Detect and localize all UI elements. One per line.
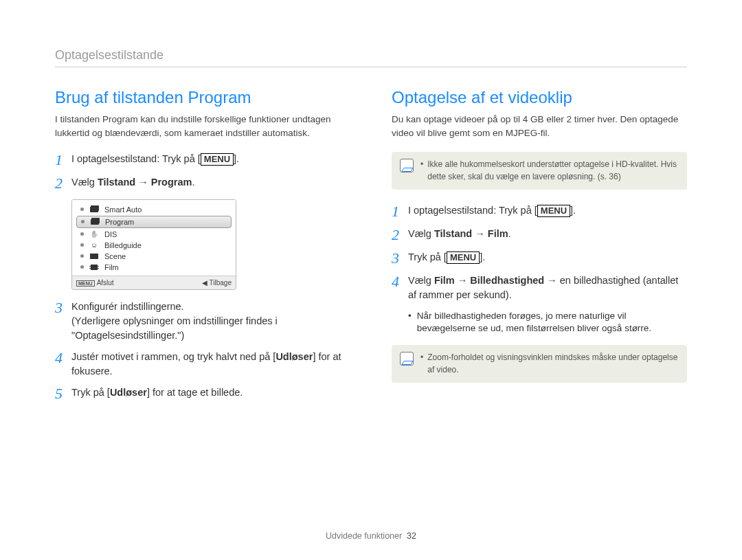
text: . (192, 177, 194, 188)
right-step-4: 4 Vælg Film → Billedhastighed → en bille… (392, 273, 687, 302)
text: Ikke alle hukommelseskort understøtter o… (427, 159, 679, 183)
camera-icon (89, 206, 99, 213)
text: Justér motivet i rammen, og tryk halvt n… (71, 351, 276, 362)
step-number: 2 (55, 175, 71, 192)
step-number: 4 (55, 350, 71, 366)
lcd-item-billedguide: Billedguide (75, 240, 233, 251)
camera-icon (90, 219, 100, 225)
lcd-footer-right: ◀Tilbage (202, 279, 232, 287)
text: ] for at tage et billede. (147, 387, 243, 398)
step-number: 4 (392, 273, 408, 290)
left-step-4: 4 Justér motivet i rammen, og tryk halvt… (55, 350, 350, 379)
text: . (508, 228, 511, 239)
lcd-item-smart-auto: Smart Auto (75, 204, 233, 215)
right-column: Optagelse af et videoklip Du kan optage … (392, 88, 687, 409)
note-icon (400, 352, 414, 366)
lcd-label: Billedguide (104, 241, 142, 249)
step-text: Tryk på [Udløser] for at tage et billede… (71, 385, 350, 400)
bold-text: Tilstand → Program (98, 177, 192, 188)
text: ]. (234, 153, 239, 164)
step-number: 2 (392, 227, 408, 243)
step-text: I optagelsestilstand: Tryk på [MENU]. (408, 203, 687, 218)
bold-text: Tilstand → Film (434, 228, 508, 239)
lcd-item-program: Program (76, 216, 232, 228)
page-footer: Udvidede funktioner 32 (0, 531, 742, 541)
lcd-label: Smart Auto (104, 205, 142, 214)
note-box-2: Zoom-forholdet og visningsvinklen mindsk… (392, 345, 687, 383)
page-number: 32 (407, 531, 416, 541)
step-number: 5 (55, 385, 71, 402)
lcd-label: Scene (104, 252, 126, 260)
step-number: 3 (392, 250, 408, 267)
breadcrumb: Optagelsestilstande (55, 48, 687, 63)
dot-icon (80, 265, 84, 269)
back-icon: ◀ (202, 279, 207, 287)
menu-button-label: MENU (537, 205, 570, 217)
left-step-2: 2 Vælg Tilstand → Program. (55, 175, 350, 192)
step-number: 1 (392, 203, 408, 220)
bold-text: Udløser (110, 387, 147, 398)
left-intro: I tilstanden Program kan du indstille fo… (55, 113, 350, 139)
text: Afslut (97, 279, 114, 287)
divider (55, 67, 687, 67)
lcd-item-dis: DIS (75, 229, 233, 240)
left-step-3: 3 Konfigurér indstillingerne. (Yderliger… (55, 300, 350, 343)
film-icon (89, 264, 99, 271)
text: ]. (480, 251, 485, 262)
face-icon (89, 242, 99, 249)
lcd-footer-left: MENUAfslut (76, 279, 114, 287)
menu-button-label: MENU (201, 153, 234, 166)
text: Tilbage (210, 279, 232, 287)
right-step-1: 1 I optagelsestilstand: Tryk på [MENU]. (392, 203, 687, 220)
step-text: Vælg Tilstand → Film. (408, 227, 687, 241)
bold-text: Film → Billedhastighed → (434, 275, 557, 286)
step-text: Vælg Film → Billedhastighed → en billedh… (408, 273, 687, 302)
note-text: Zoom-forholdet og visningsvinklen mindsk… (420, 352, 679, 376)
note-icon (400, 159, 414, 172)
left-title: Brug af tilstanden Program (55, 88, 350, 107)
step-text: I optagelsestilstand: Tryk på [MENU]. (71, 152, 350, 166)
right-title: Optagelse af et videoklip (392, 88, 687, 107)
text: Tryk på [ (71, 387, 110, 398)
lcd-item-scene: Scene (75, 251, 233, 262)
step-text: Konfigurér indstillingerne. (Yderligere … (71, 300, 350, 343)
step-text: Tryk på [MENU]. (408, 250, 687, 265)
text: (Yderligere oplysninger om indstillinger… (71, 315, 278, 341)
step-text: Justér motivet i rammen, og tryk halvt n… (71, 350, 350, 379)
text: Vælg (408, 228, 434, 239)
footer-section: Udvidede funktioner (326, 531, 402, 541)
text: Vælg (71, 177, 98, 188)
text: Zoom-forholdet og visningsvinklen mindsk… (427, 352, 679, 376)
note-text: Ikke alle hukommelseskort understøtter o… (420, 159, 679, 183)
camera-lcd-menu: Smart Auto Program DIS Billedguide Scene… (71, 199, 236, 290)
content-columns: Brug af tilstanden Program I tilstanden … (55, 88, 687, 409)
dot-icon (80, 208, 84, 211)
text: ]. (570, 205, 576, 216)
scene-icon (89, 253, 99, 260)
note-box-1: Ikke alle hukommelseskort understøtter o… (392, 152, 687, 190)
menu-button-label: MENU (447, 251, 480, 264)
mini-menu-icon: MENU (76, 280, 95, 287)
text: Tryk på [ (408, 251, 447, 262)
lcd-footer: MENUAfslut ◀Tilbage (72, 276, 236, 289)
lcd-label: DIS (104, 230, 117, 238)
lcd-item-film: Film (75, 262, 233, 273)
text: Vælg (408, 275, 434, 286)
dot-icon (80, 243, 84, 247)
text: Konfigurér indstillingerne. (71, 301, 184, 312)
step-number: 1 (55, 152, 71, 168)
dot-icon (80, 232, 84, 236)
right-step-2: 2 Vælg Tilstand → Film. (392, 227, 687, 243)
lcd-body: Smart Auto Program DIS Billedguide Scene… (72, 200, 236, 276)
lcd-label: Program (105, 218, 134, 226)
dot-icon (81, 220, 85, 223)
hand-icon (89, 231, 99, 238)
left-column: Brug af tilstanden Program I tilstanden … (55, 88, 350, 409)
lcd-label: Film (104, 263, 119, 271)
step-text: Vælg Tilstand → Program. (71, 175, 350, 190)
step-number: 3 (55, 300, 71, 316)
left-step-1: 1 I optagelsestilstand: Tryk på [MENU]. (55, 152, 350, 168)
dot-icon (80, 254, 84, 258)
text: Når billedhastigheden forøges, jo mere n… (417, 310, 687, 336)
right-intro: Du kan optage videoer på op til 4 GB ell… (392, 113, 687, 139)
